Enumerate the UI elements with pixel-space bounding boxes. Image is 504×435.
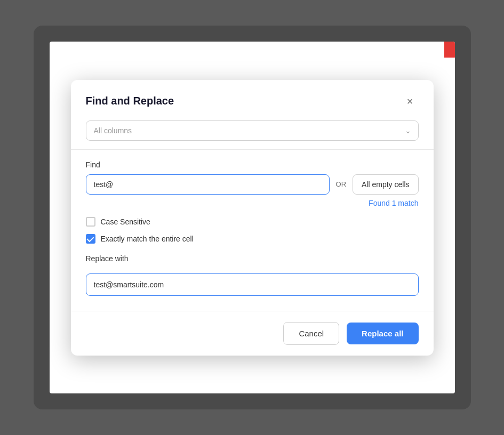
replace-all-button[interactable]: Replace all [347,323,418,344]
exact-match-checkbox[interactable] [86,234,95,244]
modal-header: Find and Replace × [71,80,434,120]
case-sensitive-checkbox[interactable] [86,217,95,227]
find-label: Find [86,160,419,169]
replace-section: Replace with [86,254,419,296]
find-replace-modal: Find and Replace × All columns ⌄ Find [71,80,434,356]
find-input[interactable] [86,174,330,195]
modal-title: Find and Replace [86,95,174,107]
replace-with-label: Replace with [86,254,419,263]
columns-select-wrapper: All columns ⌄ [86,120,419,141]
columns-select[interactable]: All columns [86,120,419,141]
columns-section: All columns ⌄ [71,120,434,149]
case-sensitive-label: Case Sensitive [101,218,150,226]
replace-with-input[interactable] [86,273,419,296]
cancel-button[interactable]: Cancel [283,322,339,345]
or-label: OR [336,180,347,188]
find-row: OR All empty cells [86,174,419,195]
close-button[interactable]: × [402,93,419,110]
all-empty-cells-button[interactable]: All empty cells [353,174,418,195]
case-sensitive-row[interactable]: Case Sensitive [86,217,419,227]
exact-match-row[interactable]: Exactly match the entire cell [86,234,419,244]
modal-footer: Cancel Replace all [71,311,434,356]
top-divider [71,149,434,150]
modal-body: Find OR All empty cells Found 1 match Ca… [71,160,434,296]
exact-match-label: Exactly match the entire cell [101,235,194,243]
found-match-text: Found 1 match [86,199,419,207]
